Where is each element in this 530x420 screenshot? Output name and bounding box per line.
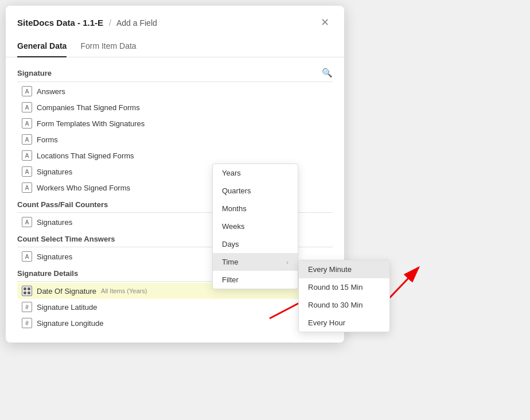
item-label: Signature Longitude bbox=[37, 319, 103, 328]
search-icon[interactable]: 🔍 bbox=[322, 68, 333, 78]
section-signature-label: Signature bbox=[17, 69, 52, 77]
dropdown-item-months[interactable]: Months bbox=[213, 200, 298, 217]
item-icon-a: A bbox=[22, 118, 32, 129]
submenu-item-every-hour[interactable]: Every Hour bbox=[299, 314, 389, 332]
submenu-item-label: Round to 15 Min bbox=[308, 283, 363, 291]
item-icon-a: A bbox=[22, 166, 32, 177]
app-title: SiteDocs Data - 1.1-E bbox=[17, 18, 103, 28]
dropdown: Years Quarters Months Weeks Days Time › … bbox=[212, 164, 298, 289]
list-item[interactable]: A Locations That Signed Forms bbox=[17, 147, 333, 164]
submenu-item-round-30[interactable]: Round to 30 Min bbox=[299, 296, 389, 314]
grid-icon bbox=[22, 286, 32, 296]
item-label: Date Of Signature bbox=[37, 287, 96, 295]
item-label: Signatures bbox=[37, 218, 72, 227]
submenu-container: Every Minute Round to 15 Min Round to 30… bbox=[298, 260, 390, 332]
submenu-item-label: Every Hour bbox=[308, 318, 345, 327]
item-icon-a: A bbox=[22, 217, 32, 227]
item-icon-hash: # bbox=[22, 318, 32, 328]
item-icon-a: A bbox=[22, 102, 32, 112]
close-button[interactable]: ✕ bbox=[317, 15, 333, 30]
list-item[interactable]: # Signature Latitude bbox=[17, 299, 333, 315]
section-count-select-time-label: Count Select Time Answers bbox=[17, 235, 115, 243]
divider-1 bbox=[17, 81, 333, 82]
dropdown-item-time[interactable]: Time › bbox=[213, 253, 298, 271]
item-icon-a: A bbox=[22, 251, 32, 262]
section-signature-details-label: Signature Details bbox=[17, 269, 78, 278]
item-icon-a: A bbox=[22, 150, 32, 161]
dropdown-item-label: Time bbox=[222, 258, 238, 266]
dropdown-item-label: Weeks bbox=[222, 222, 245, 231]
list-item[interactable]: # Signature Longitude bbox=[17, 315, 333, 331]
item-label: Form Templates With Signatures bbox=[37, 119, 145, 128]
dropdown-item-quarters[interactable]: Quarters bbox=[213, 182, 298, 200]
tab-form-item-data[interactable]: Form Item Data bbox=[80, 36, 136, 57]
item-label: Signature Latitude bbox=[37, 303, 98, 312]
modal-header: SiteDocs Data - 1.1-E / Add a Field ✕ bbox=[6, 6, 344, 30]
item-label: Forms bbox=[37, 135, 58, 144]
dropdown-item-label: Quarters bbox=[222, 186, 251, 195]
title-separator: / bbox=[109, 18, 111, 28]
dropdown-item-label: Days bbox=[222, 240, 239, 248]
list-item[interactable]: A Form Templates With Signatures bbox=[17, 115, 333, 131]
item-label: Signatures bbox=[37, 252, 72, 261]
item-label: Signatures bbox=[37, 168, 72, 176]
submenu: Every Minute Round to 15 Min Round to 30… bbox=[298, 260, 390, 332]
section-count-pass-fail-label: Count Pass/Fail Counters bbox=[17, 200, 108, 209]
dropdown-item-filter[interactable]: Filter bbox=[213, 271, 298, 289]
item-label: Answers bbox=[37, 87, 65, 96]
dropdown-item-weeks[interactable]: Weeks bbox=[213, 217, 298, 235]
dropdown-menu: Years Quarters Months Weeks Days Time › … bbox=[212, 164, 298, 289]
list-item[interactable]: A Answers bbox=[17, 83, 333, 99]
dropdown-item-days[interactable]: Days bbox=[213, 235, 298, 253]
item-label: Workers Who Signed Forms bbox=[37, 184, 130, 192]
list-item[interactable]: A Companies That Signed Forms bbox=[17, 99, 333, 115]
submenu-item-round-15[interactable]: Round to 15 Min bbox=[299, 278, 389, 296]
item-icon-a: A bbox=[22, 86, 32, 96]
submenu-item-every-minute[interactable]: Every Minute bbox=[299, 260, 389, 278]
submenu-item-label: Every Minute bbox=[308, 265, 352, 274]
item-icon-a: A bbox=[22, 134, 32, 145]
app-subtitle: Add a Field bbox=[116, 18, 157, 28]
section-signature: Signature 🔍 bbox=[17, 63, 333, 80]
tab-general-data[interactable]: General Data bbox=[17, 36, 67, 57]
dropdown-item-label: Filter bbox=[222, 275, 239, 284]
item-label: Locations That Signed Forms bbox=[37, 151, 134, 160]
dropdown-item-label: Years bbox=[222, 169, 241, 177]
item-label: Companies That Signed Forms bbox=[37, 103, 140, 112]
tab-bar: General Data Form Item Data bbox=[6, 36, 344, 57]
submenu-item-label: Round to 30 Min bbox=[308, 301, 363, 309]
dropdown-item-label: Months bbox=[222, 204, 247, 213]
item-icon-hash: # bbox=[22, 302, 32, 312]
chevron-right-icon: › bbox=[286, 259, 289, 266]
modal-title-area: SiteDocs Data - 1.1-E / Add a Field bbox=[17, 18, 157, 28]
dropdown-item-years[interactable]: Years bbox=[213, 164, 298, 182]
item-icon-a: A bbox=[22, 182, 32, 193]
item-badge: All Items (Years) bbox=[101, 287, 147, 294]
list-item[interactable]: A Forms bbox=[17, 131, 333, 147]
